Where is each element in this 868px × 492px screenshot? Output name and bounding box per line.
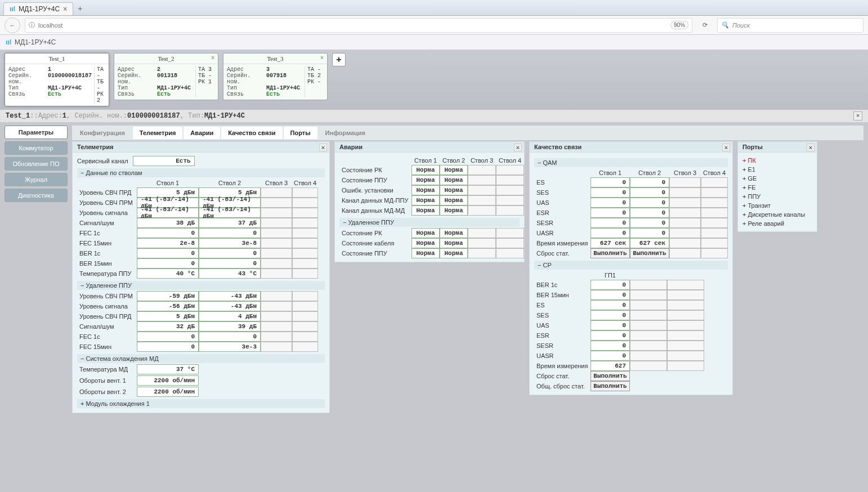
port-item[interactable]: + Реле аварий — [742, 219, 812, 228]
close-icon[interactable]: × — [63, 5, 67, 13]
port-item[interactable]: + Дискретные каналы — [742, 210, 812, 219]
value-cell — [261, 321, 292, 332]
value-cell — [669, 228, 701, 238]
value-cell: 0 — [590, 320, 630, 330]
value-cell: 0 — [590, 280, 630, 290]
status-cell — [468, 165, 496, 175]
value-cell: 0 — [199, 332, 261, 342]
top-tab[interactable]: Информация — [319, 127, 372, 139]
value-cell — [292, 248, 318, 258]
group-qam[interactable]: − QAM — [534, 158, 728, 167]
value-cell: -56 дБм — [137, 301, 199, 311]
port-item[interactable]: + FE — [742, 183, 812, 192]
device-card[interactable]: Test_2 × Адрес2 Серийн. ном.001318 ТипМД… — [114, 53, 218, 100]
close-icon[interactable]: × — [320, 55, 324, 61]
row-label: ES — [534, 177, 590, 187]
status-cell — [496, 228, 524, 238]
device-name: Test_3 — [223, 53, 327, 64]
nav-button[interactable]: Журнал — [5, 173, 68, 186]
device-card[interactable]: Test_1 Адрес1 Серийн. ном.0100000018187 … — [5, 53, 109, 106]
row-label: Уровень СВЧ ПРД — [77, 311, 137, 321]
info-icon: ⓘ — [29, 21, 35, 29]
row-label: Канал данных МД-МД — [339, 205, 411, 216]
sel-serial-lbl: , Серийн. ном.: — [66, 112, 127, 120]
value-cell — [261, 228, 292, 238]
panel-close-button[interactable]: × — [514, 144, 522, 151]
port-item[interactable]: + GE — [742, 174, 812, 183]
value-cell: 0 — [199, 248, 261, 258]
value-cell — [630, 320, 667, 330]
reset-button[interactable]: Выполнить — [590, 371, 630, 381]
status-cell: Норма — [411, 165, 440, 175]
value-cell — [261, 291, 292, 301]
value-cell: 32 дБ — [137, 321, 199, 332]
row-label: ESR — [534, 330, 590, 341]
value-cell: 37 дБ — [199, 218, 261, 228]
value-cell — [261, 301, 292, 311]
row-label: UAS — [534, 198, 590, 208]
value-cell — [630, 290, 667, 300]
group-cooling-module[interactable]: + Модуль охлаждения 1 — [77, 399, 325, 408]
selection-close-button[interactable]: × — [853, 111, 862, 120]
value-cell — [630, 361, 667, 371]
column-header: Ствол 2 — [440, 156, 468, 165]
close-icon[interactable]: × — [211, 55, 214, 61]
port-item[interactable]: + ПК — [742, 156, 812, 165]
sel-addr-lbl: Адрес: — [38, 112, 62, 120]
row-label: Уровень сигнала — [77, 208, 137, 218]
status-cell — [496, 195, 524, 205]
panel-close-button[interactable]: × — [807, 144, 815, 151]
top-tab[interactable]: Телеметрия — [133, 127, 183, 139]
nav-button[interactable]: Коммутатор — [5, 141, 68, 155]
search-input[interactable]: 🔍 Поиск — [717, 18, 863, 33]
value-cell: 0 — [590, 187, 630, 198]
group-remote-ppu[interactable]: − Удаленное ППУ — [77, 281, 325, 290]
sel-sep: :: — [30, 112, 38, 120]
back-button[interactable]: ← — [5, 17, 20, 33]
ports-header: Порты — [738, 142, 817, 153]
panel-close-button[interactable]: × — [722, 144, 730, 151]
group-stvol[interactable]: − Данные по стволам — [77, 168, 325, 177]
zoom-badge[interactable]: 90% — [670, 21, 688, 29]
port-item[interactable]: + Транзит — [742, 201, 812, 210]
row-label: FEC 15мин — [77, 238, 137, 248]
tab-title: МД1-1РУ+4С — [19, 5, 60, 13]
group-cp[interactable]: − СР — [534, 261, 728, 270]
value-cell — [292, 187, 318, 198]
group-cooling[interactable]: − Система охлаждения МД — [77, 354, 325, 363]
port-item[interactable]: + ППУ — [742, 192, 812, 201]
top-tab[interactable]: Качество связи — [221, 127, 282, 139]
value-cell — [261, 258, 292, 269]
top-tab[interactable]: Порты — [284, 127, 317, 139]
status-cell — [468, 228, 496, 238]
reset-button[interactable]: Выполнить — [630, 248, 669, 258]
reload-button[interactable]: ⟳ — [697, 17, 713, 33]
new-tab-button[interactable]: + — [73, 2, 87, 15]
port-item[interactable]: + E1 — [742, 165, 812, 174]
column-header: Ствол 4 — [701, 168, 728, 177]
reset-all-button[interactable]: Выполнить — [590, 381, 630, 391]
add-device-button[interactable]: + — [332, 53, 346, 66]
value-cell: 0 — [630, 198, 669, 208]
nav-button[interactable]: Диагностика — [5, 189, 68, 202]
tab-favicon: ııl — [10, 5, 15, 13]
value-cell — [701, 177, 728, 187]
nav-button[interactable]: Параметры — [5, 126, 68, 139]
status-cell: Норма — [440, 205, 468, 216]
top-tab[interactable]: Конфигурация — [73, 127, 132, 139]
value-cell: 0 — [590, 208, 630, 218]
reset-button[interactable]: Выполнить — [590, 248, 630, 258]
status-cell — [468, 175, 496, 185]
alarms-group-remote[interactable]: − Удаленное ППУ — [339, 218, 520, 227]
value-cell — [630, 351, 667, 361]
top-tab[interactable]: Аварии — [184, 127, 220, 139]
device-card[interactable]: Test_3 × Адрес3 Серийн. ном.007918 ТипМД… — [223, 53, 328, 100]
value-cell: 2200 об/мин — [137, 387, 199, 397]
browser-tab[interactable]: ııl МД1-1РУ+4С × — [3, 2, 73, 15]
panel-close-button[interactable]: × — [319, 144, 327, 151]
nav-button[interactable]: Обновление ПО — [5, 157, 68, 171]
value-cell: 0 — [137, 342, 199, 352]
url-input[interactable]: ⓘ localhost 90% — [25, 18, 692, 33]
column-header: Ствол 2 — [199, 178, 261, 187]
status-cell — [496, 248, 524, 258]
